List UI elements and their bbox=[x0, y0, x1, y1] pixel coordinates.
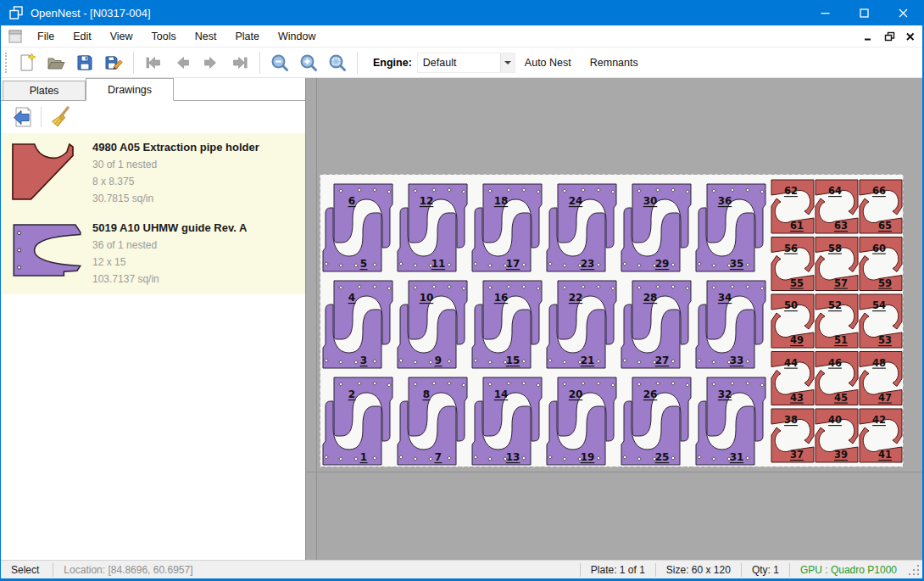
part-number: 24 bbox=[569, 195, 583, 207]
part-number: 31 bbox=[730, 451, 744, 463]
part-number: 9 bbox=[435, 355, 442, 366]
drawing-size: 8 x 8.375 bbox=[92, 173, 300, 190]
drawing-size: 12 x 15 bbox=[92, 254, 300, 271]
purple-part-thumbnail bbox=[11, 221, 92, 288]
part-number: 16 bbox=[494, 292, 509, 304]
tab-drawings[interactable]: Drawings bbox=[86, 78, 174, 101]
part-number: 62 bbox=[784, 185, 798, 197]
nest-canvas[interactable]: 6512111817242330293635431091615222128273… bbox=[306, 78, 922, 560]
drawing-list-item[interactable]: 5019 A10 UHMW guide Rev. A 36 of 1 neste… bbox=[1, 214, 305, 294]
menu-file[interactable]: File bbox=[28, 27, 64, 46]
engine-value: Default bbox=[418, 57, 500, 69]
part-number: 55 bbox=[790, 277, 804, 289]
document-icon bbox=[8, 30, 22, 43]
zoom-out-icon[interactable] bbox=[265, 50, 294, 75]
part-number: 27 bbox=[655, 355, 670, 366]
open-file-icon[interactable] bbox=[42, 50, 70, 75]
drawing-list-item[interactable]: 4980 A05 Extraction pipe holder 30 of 1 … bbox=[1, 133, 305, 214]
import-drawing-icon[interactable] bbox=[8, 103, 36, 131]
mdi-close-icon[interactable] bbox=[901, 28, 920, 45]
minimize-icon[interactable] bbox=[805, 0, 844, 25]
side-panel: Plates Drawings bbox=[1, 78, 306, 560]
part-number: 60 bbox=[872, 243, 886, 254]
chevron-down-icon[interactable] bbox=[500, 53, 515, 72]
status-plate: Plate: 1 of 1 bbox=[581, 564, 655, 576]
part-number: 61 bbox=[790, 220, 804, 232]
remnants-button[interactable]: Remnants bbox=[581, 53, 648, 73]
part-number: 59 bbox=[878, 277, 892, 289]
part-number: 50 bbox=[784, 299, 798, 311]
toolbar-grip[interactable] bbox=[5, 53, 8, 73]
mdi-restore-icon[interactable] bbox=[880, 28, 899, 45]
next-plate-icon[interactable] bbox=[197, 50, 225, 75]
part-number: 28 bbox=[643, 292, 658, 304]
part-number: 2 bbox=[348, 388, 355, 400]
part-number: 32 bbox=[718, 388, 732, 400]
menu-window[interactable]: Window bbox=[269, 27, 325, 46]
part-number: 13 bbox=[506, 451, 520, 463]
engine-combobox[interactable]: Default bbox=[417, 53, 515, 73]
part-number: 14 bbox=[494, 388, 509, 400]
previous-plate-icon[interactable] bbox=[168, 50, 197, 75]
part-number: 46 bbox=[828, 357, 842, 369]
part-number: 49 bbox=[790, 334, 804, 346]
drawing-title: 4980 A05 Extraction pipe holder bbox=[92, 141, 300, 154]
drawing-area: 103.7137 sq/in bbox=[92, 271, 300, 288]
status-location: Location: [84.8696, 60.6957] bbox=[53, 564, 203, 576]
menu-tools[interactable]: Tools bbox=[142, 27, 186, 46]
menu-plate[interactable]: Plate bbox=[225, 27, 269, 46]
part-number: 25 bbox=[655, 451, 670, 463]
part-number: 65 bbox=[878, 220, 892, 232]
part-number: 44 bbox=[784, 357, 798, 369]
status-qty: Qty: 1 bbox=[742, 564, 789, 576]
maximize-icon[interactable] bbox=[844, 0, 883, 25]
close-icon[interactable] bbox=[883, 0, 922, 25]
drawing-nested-count: 36 of 1 nested bbox=[92, 237, 300, 254]
part-number: 58 bbox=[828, 243, 842, 254]
part-number: 40 bbox=[828, 414, 842, 426]
drawings-toolbar bbox=[1, 101, 305, 133]
part-number: 64 bbox=[828, 185, 842, 197]
part-number: 52 bbox=[828, 299, 842, 311]
first-plate-icon[interactable] bbox=[139, 50, 168, 75]
status-mode: Select bbox=[1, 564, 53, 576]
tab-plates[interactable]: Plates bbox=[3, 81, 86, 100]
mdi-minimize-icon[interactable] bbox=[859, 28, 877, 45]
part-number: 41 bbox=[878, 449, 892, 461]
save-icon[interactable] bbox=[70, 50, 99, 75]
part-number: 66 bbox=[872, 185, 886, 197]
menu-view[interactable]: View bbox=[101, 27, 142, 46]
part-number: 20 bbox=[569, 388, 583, 400]
part-number: 48 bbox=[872, 357, 886, 369]
part-number: 56 bbox=[784, 243, 798, 254]
drawing-list: 4980 A05 Extraction pipe holder 30 of 1 … bbox=[1, 133, 305, 294]
part-number: 47 bbox=[878, 392, 892, 404]
zoom-fit-icon[interactable] bbox=[323, 50, 352, 75]
zoom-in-icon[interactable] bbox=[294, 50, 323, 75]
part-number: 37 bbox=[790, 449, 804, 461]
part-number: 7 bbox=[435, 451, 442, 463]
part-number: 3 bbox=[360, 355, 367, 366]
save-as-icon[interactable] bbox=[99, 50, 128, 75]
panel-tabs: Plates Drawings bbox=[1, 78, 305, 101]
nest-drawing[interactable]: 6512111817242330293635431091615222128273… bbox=[306, 78, 922, 560]
part-number: 57 bbox=[834, 277, 848, 289]
resize-grip-icon[interactable] bbox=[907, 563, 921, 577]
part-number: 33 bbox=[730, 355, 744, 366]
drawing-nested-count: 30 of 1 nested bbox=[92, 156, 300, 173]
part-number: 39 bbox=[834, 449, 848, 461]
part-number: 10 bbox=[420, 292, 434, 304]
drawing-area: 30.7815 sq/in bbox=[92, 190, 300, 207]
part-number: 15 bbox=[506, 355, 520, 366]
last-plate-icon[interactable] bbox=[225, 50, 254, 75]
part-number: 63 bbox=[834, 220, 848, 232]
part-number: 8 bbox=[423, 388, 430, 400]
app-icon bbox=[8, 5, 24, 20]
menu-nest[interactable]: Nest bbox=[186, 27, 226, 46]
menu-edit[interactable]: Edit bbox=[64, 27, 101, 46]
window-title: OpenNest - [N0317-004] bbox=[31, 7, 151, 20]
clear-drawings-broom-icon[interactable] bbox=[47, 103, 74, 131]
auto-nest-button[interactable]: Auto Nest bbox=[515, 53, 581, 73]
new-file-icon[interactable] bbox=[13, 50, 42, 75]
part-number: 6 bbox=[348, 195, 355, 207]
